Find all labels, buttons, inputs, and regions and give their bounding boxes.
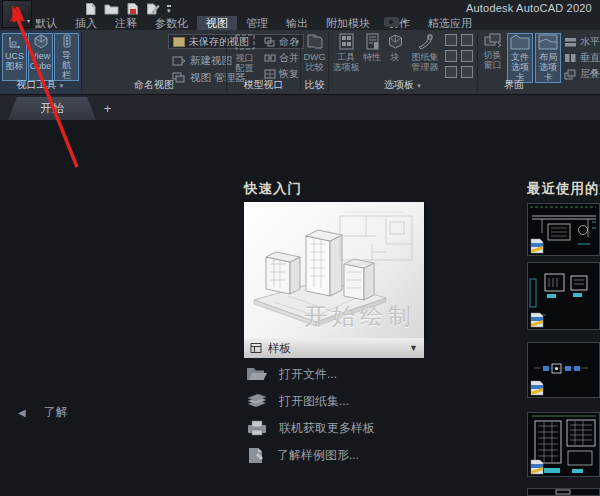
learn-page-nav[interactable]: ◀ 了解 (18, 404, 68, 421)
dwg-compare-button[interactable]: DWG 比较 (302, 33, 327, 83)
panel-caret-icon: ▼ (416, 83, 422, 89)
new-view-button[interactable]: 新建视图 (172, 54, 232, 68)
ribbon-tab-manage[interactable]: 管理 (237, 16, 277, 30)
navigation-bar-button[interactable]: 导航栏 (54, 33, 79, 81)
switch-windows-button[interactable]: 切换 窗口 (480, 33, 505, 83)
dwg-file-icon (530, 459, 544, 475)
quick-start-title: 快速入门 (244, 180, 302, 198)
recent-documents-title: 最近使用的文档 (527, 180, 600, 198)
palette-small-icon-6[interactable] (461, 66, 473, 78)
viewcube-button[interactable]: View Cube (28, 33, 53, 81)
window-title: Autodesk AutoCAD 2020 (466, 2, 592, 14)
save-button[interactable] (126, 2, 139, 16)
panel-label-named-views: 命名视图 (82, 78, 226, 92)
ribbon-tab-featured-apps[interactable]: 精选应用 (419, 16, 481, 30)
ribbon-tab-annotate[interactable]: 注释 (106, 16, 146, 30)
palette-small-icon-1[interactable] (445, 34, 457, 46)
save-as-button[interactable] (146, 2, 160, 16)
ribbon: UCS 图标 View Cube 导航栏 视口工具▼ 未保存的视图 ▾ 新建视图… (0, 30, 600, 95)
online-templates-icon (246, 420, 268, 436)
open-folder-icon (246, 366, 268, 382)
template-dropdown[interactable]: 样板 ▼ (244, 338, 424, 358)
ribbon-state-icon (384, 17, 399, 27)
ribbon-display-options[interactable]: ▾ (384, 17, 407, 27)
template-caret-icon: ▼ (409, 343, 418, 353)
ribbon-state-caret-icon: ▾ (403, 18, 407, 26)
panel-named-views: 未保存的视图 ▾ 新建视图 视图 管理器 命名视图 (82, 30, 226, 94)
quick-access-toolbar: ▾ (84, 2, 171, 16)
dwg-file-icon (530, 380, 544, 396)
recent-document-thumbnail[interactable] (527, 203, 600, 256)
panel-caret-icon: ▼ (59, 83, 65, 89)
learn-label: 了解 (44, 404, 68, 421)
switch-windows-icon (484, 33, 502, 48)
palette-small-icon-2[interactable] (461, 34, 473, 46)
palette-small-icon-3[interactable] (445, 50, 457, 62)
file-tabs-icon (510, 34, 530, 50)
drawing-tab-bar: 开始 + (0, 95, 600, 120)
properties-icon (365, 33, 380, 50)
open-sheet-set-link[interactable]: 打开图纸集... (246, 392, 349, 410)
navbar-icon (62, 34, 72, 48)
ucs-icon-button[interactable]: UCS 图标 (2, 33, 27, 81)
layout-tabs-icon (538, 34, 558, 50)
template-icon (250, 342, 262, 354)
ribbon-tab-bar: 默认 插入 注释 参数化 视图 管理 输出 附加模块 协作 精选应用 (26, 16, 481, 30)
autocad-window: { "app": { "title": "Autodesk AutoCAD 20… (0, 0, 600, 496)
viewport-config-icon (234, 33, 256, 51)
ucs-axes-icon (7, 34, 23, 49)
start-tab[interactable]: 开始 (8, 97, 96, 120)
get-more-templates-link[interactable]: 联机获取更多样板 (246, 419, 375, 437)
join-viewports-button[interactable]: 合并 (264, 51, 299, 65)
file-tabs-toggle-button[interactable]: 文件 选项卡 (507, 33, 533, 83)
tile-vertically-button[interactable]: 垂直 (564, 51, 600, 65)
ribbon-tab-output[interactable]: 输出 (277, 16, 317, 30)
recent-document-thumbnail[interactable] (527, 412, 600, 477)
open-file-button[interactable] (104, 2, 119, 16)
view-icon (173, 37, 185, 47)
viewport-configuration-button[interactable]: 视口 配置 (229, 33, 260, 83)
tool-palettes-icon (338, 33, 355, 50)
palette-small-icon-4[interactable] (461, 50, 473, 62)
titlebar: A ▾ ▾ Autodesk AutoCAD 2020 默认 插入 注释 参数化… (0, 0, 600, 30)
left-arrow-icon: ◀ (18, 407, 26, 418)
qat-customize-button[interactable]: ▾ (167, 5, 171, 14)
panel-viewport-tools: UCS 图标 View Cube 导航栏 视口工具▼ (0, 30, 81, 94)
layout-tabs-toggle-button[interactable]: 布局 选项卡 (535, 33, 561, 83)
new-drawing-tab-button[interactable]: + (100, 101, 115, 116)
properties-button[interactable]: 特性 (362, 33, 382, 83)
palette-small-icon-5[interactable] (445, 66, 457, 78)
sheet-set-icon (246, 394, 268, 409)
recent-document-thumbnail[interactable] (527, 342, 600, 398)
panel-interface: 切换 窗口 文件 选项卡 布局 选项卡 水平 垂直 层叠 界面 (478, 30, 600, 94)
open-files-link[interactable]: 打开文件... (246, 365, 337, 383)
ribbon-tab-insert[interactable]: 插入 (66, 16, 106, 30)
sheet-set-manager-icon (416, 33, 435, 50)
start-drawing-card[interactable]: 开始绘制 (244, 202, 424, 338)
explore-sample-drawings-link[interactable]: 了解样例图形... (246, 446, 359, 464)
ribbon-tab-addins[interactable]: 附加模块 (317, 16, 379, 30)
recent-document-thumbnail[interactable] (527, 262, 600, 330)
autocad-logo-icon: A (9, 2, 24, 26)
named-viewport-icon (264, 37, 276, 47)
ribbon-tab-parametric[interactable]: 参数化 (146, 16, 197, 30)
ribbon-tab-view[interactable]: 视图 (197, 16, 237, 30)
tile-horizontal-icon (564, 37, 577, 47)
named-viewports-button[interactable]: 命名 (264, 35, 299, 49)
panel-compare: DWG 比较 比较 (301, 30, 328, 94)
cube-icon (33, 34, 49, 49)
sheet-set-manager-button[interactable]: 图纸集 管理器 (408, 33, 442, 83)
panel-label-palettes[interactable]: 选项板▼ (329, 78, 477, 92)
ribbon-tab-home[interactable]: 默认 (26, 16, 66, 30)
panel-label-interface: 界面 (478, 78, 550, 92)
cascade-button[interactable]: 层叠 (564, 67, 600, 81)
new-file-button[interactable] (84, 2, 97, 16)
tool-palettes-button[interactable]: 工具 选项板 (332, 33, 360, 83)
tile-horizontally-button[interactable]: 水平 (564, 35, 600, 49)
blocks-button[interactable]: 块 (384, 33, 406, 83)
panel-model-viewports: 视口 配置 命名 合并 恢复 模型视口 (227, 30, 300, 94)
recent-document-thumbnail[interactable] (527, 488, 600, 496)
panel-label-compare: 比较 (301, 78, 328, 92)
blocks-icon (387, 33, 404, 50)
panel-label-viewport-tools[interactable]: 视口工具▼ (0, 78, 81, 92)
